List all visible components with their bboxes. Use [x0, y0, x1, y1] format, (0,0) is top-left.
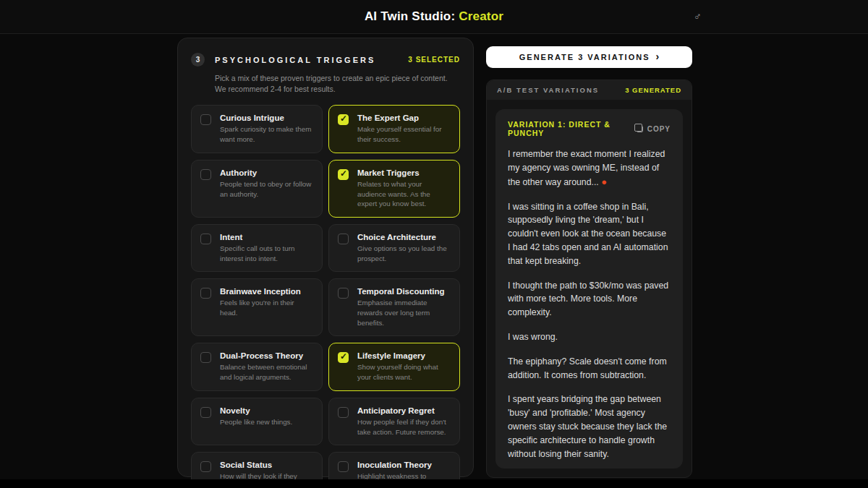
red-circle-emoji: ● [601, 176, 607, 187]
variation-paragraph: The epiphany? Scale doesn't come from ad… [508, 355, 671, 382]
trigger-description: Emphasise immediate rewards over long te… [357, 298, 451, 328]
trigger-card-intent[interactable]: IntentSpecific call outs to turn interes… [191, 224, 323, 272]
trigger-card-anticipatory-regret[interactable]: Anticipatory RegretHow people feel if th… [328, 398, 460, 445]
step-number-badge: 3 [191, 53, 205, 67]
trigger-description: How people feel if they don't take actio… [357, 417, 451, 437]
trigger-card-the-expert-gap[interactable]: The Expert GapMake yourself essential fo… [328, 105, 460, 153]
trigger-description: Balance between emotional and logical ar… [220, 362, 313, 382]
trigger-card-authority[interactable]: AuthorityPeople tend to obey or follow a… [191, 160, 323, 218]
page-title-prefix: AI Twin Studio: [365, 9, 459, 23]
checkbox-icon[interactable] [200, 234, 211, 244]
checkbox-icon[interactable] [200, 114, 211, 125]
variation-card: VARIATION 1: DIRECT & PUNCHY COPY I reme… [495, 109, 683, 468]
generate-button-label: GENERATE 3 VARIATIONS [519, 53, 650, 61]
trigger-card-dual-process-theory[interactable]: Dual-Process TheoryBalance between emoti… [191, 343, 323, 390]
selected-count-badge: 3 SELECTED [408, 56, 460, 64]
trigger-card-brainwave-inception[interactable]: Brainwave InceptionFeels like you're in … [191, 278, 323, 336]
trigger-card-market-triggers[interactable]: Market TriggersRelates to what your audi… [328, 160, 460, 218]
copy-icon [637, 126, 643, 132]
trigger-description: Make yourself essential for their succes… [357, 124, 451, 144]
trigger-label: Inoculation Theory [357, 461, 451, 469]
generate-variations-button[interactable]: GENERATE 3 VARIATIONS › [486, 46, 692, 68]
trigger-label: Authority [220, 168, 313, 177]
ab-panel-header: A/B TEST VARIATIONS 3 GENERATED [487, 80, 692, 100]
ab-test-variations-panel: A/B TEST VARIATIONS 3 GENERATED VARIATIO… [486, 80, 692, 478]
generated-count-badge: 3 GENERATED [625, 86, 681, 94]
variation-paragraph: I thought the path to $30k/mo was paved … [508, 279, 671, 320]
trigger-label: Temporal Discounting [357, 287, 451, 296]
trigger-description: Specific call outs to turn interest into… [220, 244, 313, 263]
ab-panel-title: A/B TEST VARIATIONS [497, 86, 599, 94]
variation-paragraph: I spent years bridging the gap between '… [508, 393, 671, 461]
trigger-description: People like new things. [220, 417, 292, 427]
trigger-label: Social Status [220, 461, 313, 469]
checkbox-icon[interactable] [200, 169, 211, 180]
app-background: AI Twin Studio: Creator ♂ 3 PSYCHOLOGICA… [0, 0, 868, 488]
checkbox-icon[interactable] [338, 461, 349, 472]
checkbox-icon[interactable] [338, 407, 349, 418]
trigger-card-novelty[interactable]: NoveltyPeople like new things. [191, 398, 323, 445]
triggers-panel-header: 3 PSYCHOLOGICAL TRIGGERS 3 SELECTED [191, 53, 460, 67]
variation-paragraph: I remember the exact moment I realized m… [508, 147, 671, 189]
copy-button-label: COPY [647, 125, 671, 133]
male-symbol-icon[interactable]: ♂ [694, 10, 702, 22]
copy-button[interactable]: COPY [637, 125, 671, 133]
page-title-accent: Creator [459, 9, 503, 23]
checkbox-icon[interactable] [200, 352, 211, 363]
variation-text[interactable]: I remember the exact moment I realized m… [508, 147, 671, 468]
chevron-right-icon: › [656, 51, 660, 62]
trigger-label: Brainwave Inception [220, 287, 313, 296]
trigger-label: Market Triggers [357, 168, 451, 177]
trigger-label: Novelty [220, 406, 292, 415]
checkbox-icon[interactable] [200, 288, 211, 299]
trigger-label: The Expert Gap [357, 114, 451, 122]
trigger-description: Spark curiosity to make them want more. [220, 124, 313, 144]
page-title: AI Twin Studio: Creator [365, 9, 503, 24]
psychological-triggers-panel: 3 PSYCHOLOGICAL TRIGGERS 3 SELECTED Pick… [177, 38, 474, 477]
trigger-card-curious-intrigue[interactable]: Curious IntrigueSpark curiosity to make … [191, 105, 323, 153]
triggers-panel-description: Pick a mix of these proven triggers to c… [215, 73, 454, 95]
checkbox-icon[interactable] [338, 234, 349, 244]
checkbox-checked-icon[interactable] [338, 114, 349, 125]
variation-paragraph: I was wrong. [508, 330, 671, 344]
checkbox-icon[interactable] [200, 461, 211, 472]
checkbox-checked-icon[interactable] [338, 352, 349, 363]
trigger-description: Give options so you lead the prospect. [357, 244, 451, 263]
trigger-label: Lifestyle Imagery [357, 351, 451, 360]
triggers-grid: Curious IntrigueSpark curiosity to make … [191, 105, 460, 488]
trigger-description: Feels like you're in their head. [220, 298, 313, 317]
trigger-description: People tend to obey or follow an authori… [220, 179, 313, 199]
variation-title: VARIATION 1: DIRECT & PUNCHY [508, 120, 637, 137]
paragraph-text: I remember the exact moment I realized m… [508, 149, 665, 187]
trigger-card-choice-architecture[interactable]: Choice ArchitectureGive options so you l… [328, 224, 460, 272]
trigger-label: Choice Architecture [357, 233, 451, 241]
triggers-panel-title: PSYCHOLOGICAL TRIGGERS [215, 56, 408, 64]
variation-card-header: VARIATION 1: DIRECT & PUNCHY COPY [508, 120, 671, 137]
checkbox-checked-icon[interactable] [338, 169, 349, 180]
bottom-edge [0, 479, 868, 488]
trigger-label: Dual-Process Theory [220, 351, 313, 360]
trigger-label: Anticipatory Regret [357, 406, 451, 415]
trigger-card-lifestyle-imagery[interactable]: Lifestyle ImageryShow yourself doing wha… [328, 343, 460, 390]
trigger-label: Intent [220, 233, 313, 241]
trigger-card-temporal-discounting[interactable]: Temporal DiscountingEmphasise immediate … [328, 278, 460, 336]
trigger-label: Curious Intrigue [220, 114, 313, 122]
trigger-description: Relates to what your audience wants. As … [357, 179, 451, 209]
checkbox-icon[interactable] [200, 407, 211, 418]
checkbox-icon[interactable] [338, 288, 349, 299]
trigger-description: Show yourself doing what your clients wa… [357, 362, 451, 382]
app-header: AI Twin Studio: Creator ♂ [0, 0, 868, 34]
variation-paragraph: I was sitting in a coffee shop in Bali, … [508, 200, 671, 268]
